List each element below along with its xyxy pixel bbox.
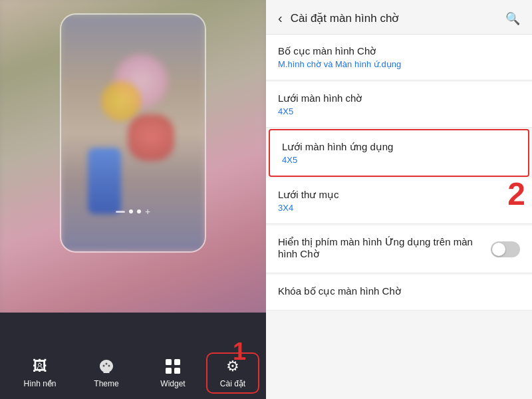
- theme-icon: [96, 358, 116, 375]
- item-title-app-grid: Lưới màn hình ứng dụng: [282, 141, 516, 153]
- step-label-1: 1: [233, 338, 246, 366]
- item-title-home-grid: Lưới màn hình chờ: [278, 92, 520, 104]
- blob-blue: [88, 148, 121, 214]
- item-subtitle-app-grid: 4X5: [282, 155, 516, 165]
- svg-rect-4: [174, 359, 180, 365]
- svg-point-0: [103, 365, 105, 367]
- nav-item-wallpaper[interactable]: 🖼 Hình nền: [13, 358, 66, 388]
- item-subtitle-layout: M.hình chờ và Màn hình ứ.dụng: [278, 59, 520, 69]
- dot-circle: [129, 209, 133, 213]
- back-button[interactable]: ‹: [278, 11, 283, 26]
- nav-items-row: 🖼 Hình nền Theme: [0, 350, 266, 399]
- settings-item-app-grid-wrapper: Lưới màn hình ứng dụng 4X5 2: [266, 129, 532, 177]
- settings-item-app-grid[interactable]: Lưới màn hình ứng dụng 4X5: [269, 129, 529, 177]
- settings-header: ‹ Cài đặt màn hình chờ 🔍: [266, 0, 532, 35]
- settings-item-lock-layout[interactable]: Khóa bố cục màn hình Chờ: [266, 275, 532, 311]
- nav-label-widget: Widget: [160, 379, 185, 388]
- item-title-app-screen-btn: Hiển thị phím màn hình Ứng dụng trên màn…: [278, 236, 483, 260]
- settings-item-home-grid[interactable]: Lưới màn hình chờ 4X5: [266, 82, 532, 128]
- dot-circle: [137, 209, 141, 213]
- svg-rect-3: [166, 359, 172, 365]
- search-icon[interactable]: 🔍: [505, 11, 520, 26]
- step-label-2: 2: [507, 178, 525, 210]
- item-title-layout: Bố cục màn hình Chờ: [278, 45, 520, 57]
- image-icon: 🖼: [30, 358, 50, 375]
- svg-rect-6: [174, 368, 180, 374]
- blob-yellow: [101, 81, 141, 121]
- nav-label-wallpaper: Hình nền: [23, 379, 56, 388]
- item-subtitle-folder-grid: 3X4: [278, 203, 520, 213]
- dots-row: +: [0, 207, 266, 216]
- settings-item-layout[interactable]: Bố cục màn hình Chờ M.hình chờ và Màn hì…: [266, 35, 532, 80]
- item-subtitle-home-grid: 4X5: [278, 106, 520, 116]
- nav-label-settings: Cài đặt: [220, 379, 245, 388]
- item-text-app-screen-btn: Hiển thị phím màn hình Ứng dụng trên màn…: [278, 236, 491, 262]
- svg-point-1: [106, 363, 108, 365]
- widget-icon: [163, 358, 183, 375]
- item-title-folder-grid: Lưới thư mục: [278, 189, 520, 201]
- toggle-app-screen-btn[interactable]: [491, 241, 520, 257]
- settings-page-title: Cài đặt màn hình chờ: [291, 11, 505, 25]
- settings-item-app-screen-btn[interactable]: Hiển thị phím màn hình Ứng dụng trên màn…: [266, 225, 532, 273]
- svg-rect-5: [166, 368, 172, 374]
- svg-point-2: [108, 365, 110, 367]
- phone-screen: +: [0, 0, 266, 313]
- bottom-navigation-bar: 🖼 Hình nền Theme: [0, 313, 266, 399]
- item-title-lock-layout: Khóa bố cục màn hình Chờ: [278, 285, 520, 297]
- dot-dash: [116, 211, 125, 213]
- settings-item-folder-grid[interactable]: Lưới thư mục 3X4: [266, 178, 532, 224]
- settings-list: Bố cục màn hình Chờ M.hình chờ và Màn hì…: [266, 35, 532, 399]
- nav-label-theme: Theme: [94, 379, 118, 388]
- left-panel: + 🖼 Hình nền Theme: [0, 0, 266, 399]
- nav-item-theme[interactable]: Theme: [80, 358, 133, 388]
- blob-red: [128, 114, 174, 161]
- phone-frame: [60, 13, 206, 253]
- nav-item-widget[interactable]: Widget: [146, 358, 200, 388]
- dot-plus: +: [145, 207, 150, 216]
- right-panel: ‹ Cài đặt màn hình chờ 🔍 Bố cục màn hình…: [266, 0, 532, 399]
